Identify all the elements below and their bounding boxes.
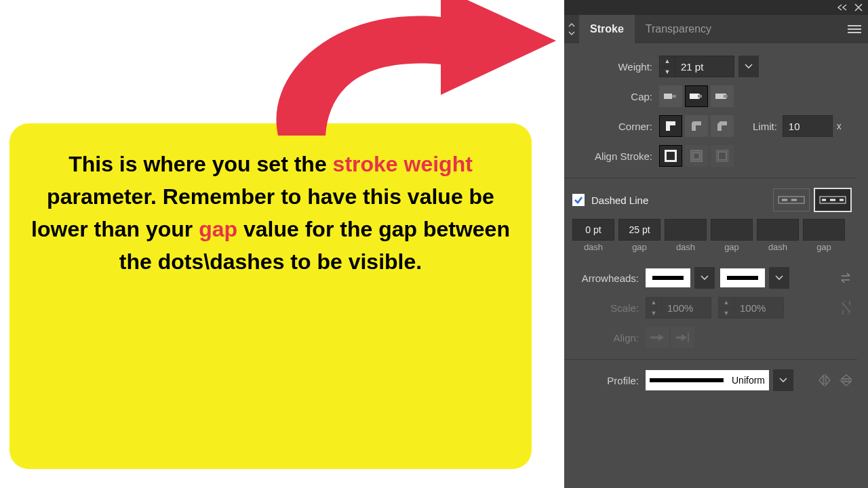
align-stroke-label: Align Stroke: [564,150,659,162]
collapse-icon[interactable] [837,4,848,11]
align-stroke-inside-icon [685,145,708,167]
align-stroke-row: Align Stroke: [564,141,857,171]
callout-text: This is where you set the [68,152,332,176]
svg-rect-1 [672,95,676,98]
dash-value-1[interactable] [572,219,614,241]
svg-rect-2 [690,94,698,99]
dash-gap-column-labels: dash gap dash gap dash gap [564,241,857,252]
corner-label: Corner: [564,121,659,132]
dash-gap-inputs [564,216,857,241]
panel-menu-icon[interactable] [841,15,868,43]
arrowhead-start-swatch [646,268,690,287]
arrowheads-row: Arrowheads: [564,263,857,293]
link-scale-icon [835,297,857,319]
svg-rect-0 [664,94,672,99]
tab-stroke[interactable]: Stroke [579,15,635,43]
weight-decrease[interactable]: ▼ [660,67,675,77]
svg-rect-6 [665,150,676,161]
dashed-line-checkbox[interactable] [572,194,585,206]
scale-row: Scale: ▲▼ ▲▼ [564,293,857,323]
corner-row: Corner: Limit: x [564,111,857,141]
arrow-align-tip-icon [671,327,694,348]
col-label: gap [711,242,753,252]
col-label: dash [572,242,614,252]
scale1-down: ▼ [646,308,661,319]
col-label: gap [803,242,845,252]
corner-round-icon[interactable] [685,115,708,137]
tab-grip-icon[interactable] [564,15,579,43]
panel-tabs: Stroke Transparency [564,15,868,43]
gap-value-2[interactable] [711,219,753,241]
arrowhead-start-dropdown[interactable] [694,267,715,289]
weight-increase[interactable]: ▲ [660,56,675,67]
corner-miter-icon[interactable] [659,115,682,137]
cap-butt-icon[interactable] [659,85,682,107]
profile-dropdown[interactable] [773,369,793,391]
profile-row: Profile: Uniform [564,365,857,395]
scale-label: Scale: [564,302,646,314]
svg-rect-3 [698,95,702,98]
cap-projecting-icon[interactable] [711,85,734,107]
flip-vertical-icon[interactable] [835,369,857,391]
swap-arrowheads-icon[interactable] [835,267,857,289]
panel-titlebar [564,0,868,15]
flip-horizontal-icon[interactable] [814,369,835,391]
scale-start-input [662,298,711,318]
svg-rect-9 [718,152,726,160]
align-stroke-outside-icon [711,145,734,167]
arrow-align-extend-icon [646,327,669,348]
cap-row: Cap: [564,81,857,111]
profile-swatch: Uniform [646,370,769,390]
profile-value: Uniform [732,375,765,386]
arrow-align-label: Align: [564,332,646,344]
weight-dropdown[interactable] [738,56,759,77]
dash-mode-aligned-icon[interactable] [814,188,852,212]
callout-highlight-gap: gap [199,217,237,241]
arrowheads-label: Arrowheads: [564,272,646,284]
dash-mode-exact-icon[interactable] [773,188,810,211]
tab-transparency[interactable]: Transparency [635,15,722,43]
instruction-callout: This is where you set the stroke weight … [9,123,532,469]
dash-value-3[interactable] [757,219,799,241]
weight-row: Weight: ▲ ▼ [564,52,857,81]
align-stroke-center-icon[interactable] [659,145,682,167]
svg-rect-8 [693,152,700,159]
scale2-down: ▼ [719,308,734,319]
svg-rect-5 [724,95,728,98]
scale1-up: ▲ [646,298,661,308]
cap-label: Cap: [564,91,659,102]
stroke-panel: Stroke Transparency Weight: ▲ ▼ Cap: [564,0,868,488]
arrow-align-row: Align: [564,323,857,352]
profile-label: Profile: [564,375,646,386]
weight-label: Weight: [564,61,659,73]
weight-stepper[interactable]: ▲ ▼ [659,56,734,77]
dash-value-2[interactable] [665,219,707,241]
dashed-line-label: Dashed Line [591,195,769,206]
col-label: dash [665,242,707,252]
scale-end-input [734,298,783,318]
gap-value-3[interactable] [803,219,845,241]
col-label: dash [757,242,799,252]
callout-highlight-stroke-weight: stroke weight [333,152,473,176]
arrowhead-end-dropdown[interactable] [769,267,789,289]
weight-input[interactable] [675,56,734,77]
limit-label: Limit: [753,121,783,132]
corner-bevel-icon[interactable] [711,115,734,137]
limit-input[interactable] [783,115,833,137]
arrowhead-end-swatch [720,268,765,287]
col-label: gap [618,242,660,252]
instruction-text: This is where you set the stroke weight … [30,148,511,278]
cap-round-icon[interactable] [685,85,708,107]
close-icon[interactable] [854,3,863,12]
limit-suffix: x [833,121,846,131]
scale2-up: ▲ [719,298,734,308]
gap-value-1[interactable] [618,219,660,241]
dashed-line-row: Dashed Line [564,184,857,216]
